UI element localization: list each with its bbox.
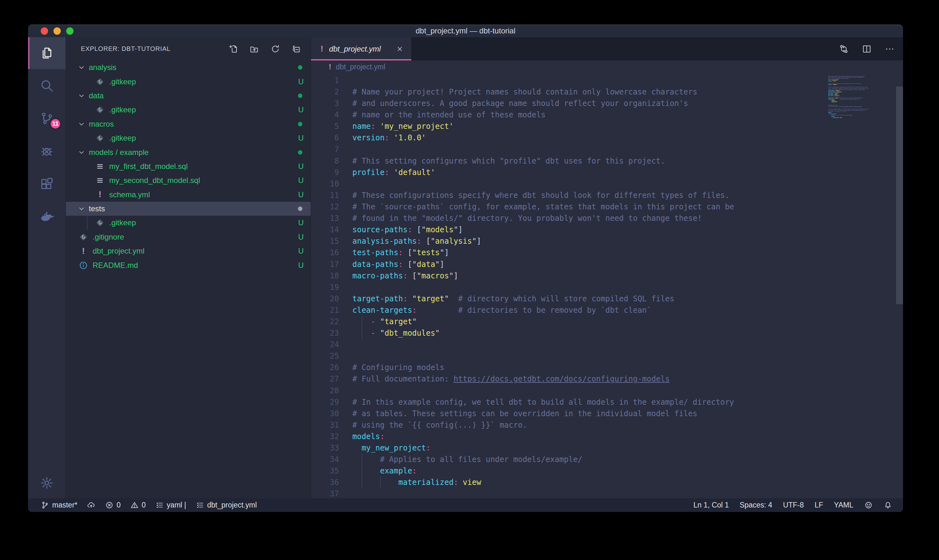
tree-item-dbt-project.yml[interactable]: !dbt_project.ymlU	[66, 244, 311, 258]
activity-item-source-control[interactable]: 11	[28, 102, 66, 135]
status-sync[interactable]	[87, 501, 95, 509]
collapse-all-icon[interactable]	[292, 44, 301, 54]
tree-item-label: .gitkeep	[109, 105, 136, 114]
refresh-icon[interactable]	[271, 44, 280, 54]
tree-item-.gitkeep[interactable]: .gitkeepU	[66, 131, 311, 145]
smiley-icon	[864, 501, 873, 509]
split-editor-icon[interactable]	[862, 44, 872, 54]
code-line-7: 7	[311, 144, 903, 155]
line-number: 8	[311, 155, 339, 167]
code-line-10: 10	[311, 178, 903, 190]
tree-item-readme.md[interactable]: README.mdU	[66, 258, 311, 272]
status-eol-label: LF	[814, 501, 823, 509]
code-line-29: 29# In this example config, we tell dbt …	[311, 397, 903, 408]
close-tab-icon[interactable]	[396, 45, 403, 53]
search-icon	[40, 78, 54, 93]
more-actions-icon[interactable]	[885, 44, 895, 54]
line-number: 31	[311, 419, 339, 431]
tree-item-macros[interactable]: macros	[66, 117, 311, 131]
code-line-5: 5name: 'my_new_project'	[311, 121, 903, 132]
activity-item-search[interactable]	[28, 69, 66, 102]
tree-item-my-second-dbt-model.sql[interactable]: my_second_dbt_model.sqlU	[66, 174, 311, 188]
code-line-19: 19	[311, 282, 903, 293]
vertical-scrollbar[interactable]	[896, 86, 903, 304]
status-indentation[interactable]: Spaces: 4	[740, 501, 772, 509]
tree-item-.gitignore[interactable]: .gitignoreU	[66, 230, 311, 244]
line-number: 29	[311, 397, 339, 408]
code-line-28: 28	[311, 385, 903, 397]
new-folder-icon[interactable]	[249, 44, 259, 54]
status-cursor-position[interactable]: Ln 1, Col 1	[694, 501, 729, 509]
line-number: 7	[311, 144, 339, 155]
tree-item-label: schema.yml	[109, 190, 150, 199]
status-warnings[interactable]: 0	[130, 501, 146, 509]
settings-icon	[40, 476, 54, 490]
line-number: 2	[311, 86, 339, 98]
code-line-3: 3# and underscores. A good package name …	[311, 98, 903, 109]
git-untracked-badge: U	[298, 77, 304, 86]
code-line-24: 24	[311, 339, 903, 350]
bell-icon	[884, 501, 892, 509]
status-feedback[interactable]	[864, 501, 873, 509]
activity-item-extensions[interactable]	[28, 168, 66, 200]
status-linter-file-label: dbt_project.yml	[207, 501, 257, 509]
activity-item-docker[interactable]	[28, 200, 66, 233]
sql-file-icon	[95, 175, 105, 185]
status-linter-file[interactable]: dbt_project.yml	[196, 501, 257, 509]
tree-item-label: .gitkeep	[109, 134, 136, 143]
code-line-23: 23 - "dbt_modules"	[311, 328, 903, 339]
tree-item-.gitkeep[interactable]: .gitkeepU	[66, 74, 311, 88]
line-number: 18	[311, 270, 339, 282]
code-line-32: 32models:	[311, 431, 903, 442]
status-git-branch[interactable]: master*	[41, 501, 77, 509]
line-number: 15	[311, 235, 339, 247]
code-editor[interactable]: 12# Name your project! Project names sho…	[311, 73, 903, 498]
tree-item-tests[interactable]: tests	[66, 202, 311, 216]
line-number: 13	[311, 212, 339, 224]
yaml-warning-icon: !	[320, 44, 323, 54]
line-number: 16	[311, 247, 339, 258]
status-encoding[interactable]: UTF-8	[783, 501, 804, 509]
status-linter-yaml[interactable]: yaml |	[155, 501, 186, 509]
line-number: 32	[311, 431, 339, 442]
activity-item-settings[interactable]	[28, 468, 66, 498]
code-line-31: 31# using the `{{ config(...) }}` macro.	[311, 419, 903, 431]
tree-item-.gitkeep[interactable]: .gitkeepU	[66, 216, 311, 230]
status-notifications[interactable]	[884, 501, 892, 509]
new-file-icon[interactable]	[229, 44, 238, 54]
status-language-mode[interactable]: YAML	[834, 501, 853, 509]
line-number: 3	[311, 98, 339, 109]
tree-item-data[interactable]: data	[66, 89, 311, 103]
tree-item-models-example[interactable]: models / example	[66, 145, 311, 159]
code-line-36: 36 materialized: view	[311, 477, 903, 488]
line-number: 12	[311, 201, 339, 212]
code-line-33: 33 my_new_project:	[311, 442, 903, 454]
tree-item-.gitkeep[interactable]: .gitkeepU	[66, 103, 311, 117]
status-eol[interactable]: LF	[814, 501, 823, 509]
code-line-14: 14source-paths: ["models"]	[311, 224, 903, 235]
status-cursor-position-label: Ln 1, Col 1	[694, 501, 729, 509]
status-errors[interactable]: 0	[105, 501, 121, 509]
tree-item-analysis[interactable]: analysis	[66, 60, 311, 74]
warning-icon	[130, 501, 139, 509]
status-encoding-label: UTF-8	[783, 501, 804, 509]
activity-item-debug[interactable]	[28, 135, 66, 168]
git-untracked-badge: U	[298, 190, 304, 199]
breadcrumb[interactable]: ! dbt_project.yml	[311, 60, 903, 73]
tree-item-label: analysis	[89, 63, 117, 72]
code-line-4: 4# name or the intended use of these mod…	[311, 109, 903, 121]
activity-item-explorer[interactable]	[28, 37, 66, 69]
minimap[interactable]: # Name your project! Project names shoul…	[828, 74, 896, 498]
yaml-file-icon: !	[95, 190, 105, 200]
breadcrumb-file[interactable]: dbt_project.yml	[336, 63, 385, 71]
line-number: 10	[311, 178, 339, 190]
open-changes-icon[interactable]	[839, 44, 849, 54]
tab-dbt-project-yml[interactable]: ! dbt_project.yml	[311, 37, 411, 60]
line-number: 14	[311, 224, 339, 235]
code-line-8: 8# This setting configures which "profil…	[311, 155, 903, 167]
tree-item-my-first-dbt-model.sql[interactable]: my_first_dbt_model.sqlU	[66, 159, 311, 174]
code-line-18: 18macro-paths: ["macros"]	[311, 270, 903, 282]
tree-item-label: README.md	[92, 261, 138, 270]
tree-item-schema.yml[interactable]: !schema.ymlU	[66, 188, 311, 202]
line-number: 23	[311, 328, 339, 339]
